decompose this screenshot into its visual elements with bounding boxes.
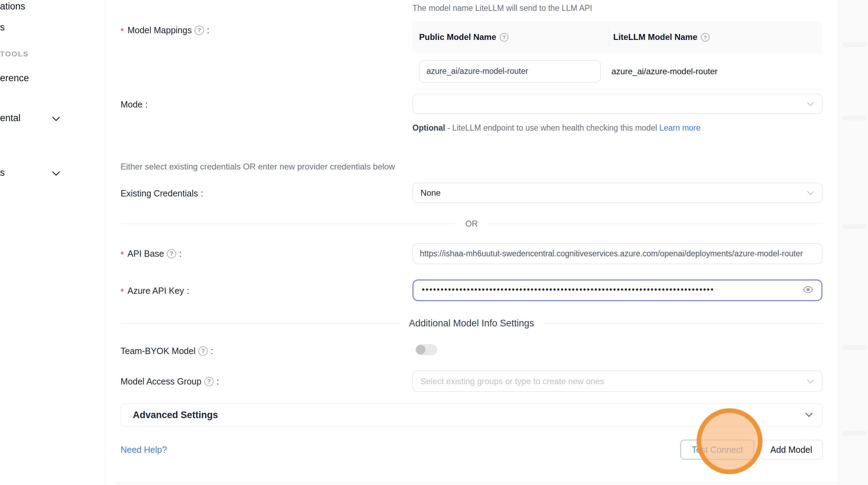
existing-credentials-select[interactable]: None: [412, 183, 822, 203]
model-mappings-label: * Model Mappings ? :: [121, 25, 209, 35]
team-byok-label: Team-BYOK Model ? :: [121, 346, 213, 356]
required-asterisk: *: [121, 250, 124, 260]
colon: :: [207, 25, 209, 35]
divider-line: [121, 323, 399, 324]
backdrop-skeleton: [842, 42, 867, 47]
model-name-helper-text: The model name LiteLLM will send to the …: [412, 4, 592, 13]
sidebar: ations s TOOLS erence ental s: [0, 0, 105, 485]
sidebar-item-reference[interactable]: erence: [0, 73, 29, 84]
chevron-down-icon: [807, 376, 814, 383]
learn-more-link[interactable]: Learn more: [659, 123, 700, 132]
backdrop-skeleton: [842, 345, 867, 350]
chevron-down-icon[interactable]: [52, 168, 60, 176]
model-access-group-label-text: Model Access Group: [121, 376, 201, 387]
chevron-down-icon[interactable]: [52, 113, 60, 122]
colon: :: [201, 188, 203, 199]
toggle-knob: [416, 345, 425, 354]
required-asterisk: *: [121, 287, 124, 297]
sidebar-item-settings[interactable]: s: [0, 167, 5, 178]
additional-settings-title: Additional Model Info Settings: [399, 318, 544, 329]
sidebar-item[interactable]: s: [0, 22, 5, 33]
help-icon[interactable]: ?: [194, 26, 204, 35]
help-icon[interactable]: ?: [198, 346, 208, 356]
chevron-down-icon: [805, 410, 813, 417]
colon: :: [179, 249, 182, 259]
or-divider: OR: [121, 219, 822, 229]
model-mappings-table-row: azure_ai/azure-model-router azure_ai/azu…: [412, 53, 822, 90]
model-mappings-table: Public Model Name ? LiteLLM Model Name ?…: [412, 21, 822, 90]
api-base-label-text: API Base: [128, 249, 164, 259]
sidebar-item-experimental[interactable]: ental: [0, 113, 21, 124]
click-highlight-ring: [697, 408, 763, 474]
chevron-down-icon: [807, 188, 814, 195]
backdrop-skeleton: [842, 224, 867, 229]
sidebar-item-organizations[interactable]: ations: [0, 1, 25, 12]
colon: :: [187, 286, 189, 296]
mode-label: Mode:: [121, 99, 148, 110]
need-help-link[interactable]: Need Help?: [121, 445, 167, 455]
colon: :: [211, 346, 213, 356]
backdrop-skeleton: [842, 431, 867, 436]
model-mappings-table-header: Public Model Name ? LiteLLM Model Name ?: [412, 21, 822, 53]
eye-icon[interactable]: [802, 284, 814, 297]
help-icon[interactable]: ?: [701, 33, 710, 42]
existing-credentials-label-text: Existing Credentials: [121, 188, 198, 199]
or-divider-text: OR: [456, 219, 488, 229]
litellm-model-name-header: LiteLLM Model Name: [613, 32, 697, 42]
azure-api-key-input[interactable]: ••••••••••••••••••••••••••••••••••••••••…: [412, 279, 822, 301]
additional-settings-divider: Additional Model Info Settings: [121, 318, 822, 329]
model-access-group-label: Model Access Group ? :: [121, 376, 219, 387]
backdrop-skeleton: [842, 116, 867, 120]
api-base-label: * API Base ? :: [121, 249, 182, 259]
chevron-down-icon: [807, 99, 814, 106]
masked-api-key: ••••••••••••••••••••••••••••••••••••••••…: [422, 285, 715, 294]
advanced-settings-title: Advanced Settings: [133, 410, 218, 421]
azure-api-key-label: * Azure API Key:: [121, 286, 189, 296]
mode-select[interactable]: [412, 94, 822, 114]
divider-line: [544, 323, 822, 324]
model-access-group-select[interactable]: Select existing groups or type to create…: [412, 370, 822, 392]
team-byok-label-text: Team-BYOK Model: [121, 346, 196, 356]
optional-bold: Optional: [412, 123, 445, 132]
credentials-note: Either select existing credentials OR en…: [121, 162, 395, 172]
divider-line: [488, 224, 823, 224]
divider-line: [121, 224, 456, 224]
colon: :: [145, 99, 148, 110]
add-model-form-page: ations s TOOLS erence ental s The model …: [0, 0, 868, 485]
team-byok-toggle[interactable]: [415, 344, 437, 355]
api-base-input[interactable]: https://ishaa-mh6uutut-swedencentral.cog…: [412, 243, 822, 264]
mode-helper-note: Optional - LiteLLM endpoint to use when …: [412, 121, 709, 135]
azure-api-key-label-text: Azure API Key: [128, 286, 184, 296]
public-model-name-input[interactable]: azure_ai/azure-model-router: [419, 60, 601, 83]
modal-bottom-edge: [116, 483, 838, 483]
sidebar-section-tools: TOOLS: [0, 50, 29, 58]
model-access-group-placeholder: Select existing groups or type to create…: [421, 376, 604, 386]
page-backdrop-strip: [838, 0, 868, 485]
colon: :: [217, 376, 219, 387]
existing-credentials-value: None: [421, 188, 440, 198]
optional-body: - LiteLLM endpoint to use when health ch…: [445, 123, 659, 132]
help-icon[interactable]: ?: [204, 377, 214, 386]
existing-credentials-label: Existing Credentials:: [121, 188, 203, 199]
mode-label-text: Mode: [121, 99, 143, 110]
help-icon[interactable]: ?: [167, 249, 176, 258]
model-mappings-label-text: Model Mappings: [128, 25, 192, 35]
public-model-name-header: Public Model Name: [419, 32, 496, 42]
required-asterisk: *: [121, 26, 124, 36]
help-icon[interactable]: ?: [500, 33, 508, 42]
litellm-model-name-value: azure_ai/azure-model-router: [611, 67, 718, 76]
add-model-button[interactable]: Add Model: [760, 440, 823, 459]
